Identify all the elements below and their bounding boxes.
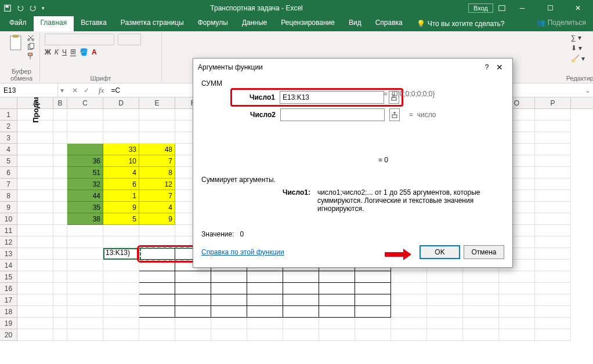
cell[interactable] [139, 329, 175, 341]
cell[interactable] [463, 283, 499, 294]
cell[interactable] [535, 318, 571, 329]
italic-button[interactable]: К [55, 48, 59, 56]
cell[interactable] [53, 225, 67, 236]
cell[interactable] [17, 144, 53, 155]
cell[interactable] [53, 109, 67, 121]
cell[interactable] [53, 236, 67, 248]
range-picker-icon[interactable] [389, 108, 400, 121]
cell[interactable] [463, 329, 499, 341]
cell[interactable] [319, 306, 355, 318]
cell[interactable] [535, 190, 571, 202]
cell[interactable] [17, 260, 53, 271]
maximize-icon[interactable]: ☐ [538, 2, 562, 14]
cell[interactable] [67, 225, 103, 236]
cell[interactable] [535, 144, 571, 155]
tab-view[interactable]: Вид [342, 16, 368, 31]
row-header[interactable]: 13 [0, 248, 17, 260]
cell[interactable] [67, 109, 103, 121]
cell[interactable] [103, 329, 139, 341]
cell[interactable] [535, 260, 571, 271]
cell[interactable] [247, 318, 283, 329]
cell[interactable] [139, 306, 175, 318]
cell[interactable] [103, 132, 139, 144]
tab-insert[interactable]: Вставка [74, 16, 114, 31]
cell[interactable] [53, 155, 67, 167]
row-header[interactable]: 1 [0, 109, 17, 121]
cell[interactable] [53, 260, 67, 271]
select-all-corner[interactable] [0, 97, 17, 108]
cell[interactable] [103, 225, 139, 236]
cell[interactable] [499, 294, 535, 306]
cell[interactable]: 32 [67, 179, 103, 190]
cell[interactable] [67, 306, 103, 318]
cell[interactable] [463, 306, 499, 318]
cell[interactable] [211, 306, 247, 318]
cell[interactable] [211, 271, 247, 283]
cell[interactable] [67, 144, 103, 155]
cell[interactable]: 35 [67, 202, 103, 213]
cell[interactable] [53, 144, 67, 155]
cell[interactable] [535, 179, 571, 190]
row-header[interactable]: 18 [0, 306, 17, 318]
format-painter-icon[interactable] [27, 52, 35, 60]
cell[interactable] [175, 329, 211, 341]
cell[interactable] [535, 202, 571, 213]
cell[interactable] [17, 155, 53, 167]
cell[interactable]: 9 [103, 202, 139, 213]
autosum-button[interactable]: ∑ ▾ [571, 34, 585, 42]
cell[interactable] [53, 179, 67, 190]
cell[interactable] [355, 329, 391, 341]
cell[interactable] [391, 329, 427, 341]
cell[interactable] [53, 329, 67, 341]
cell[interactable] [17, 318, 53, 329]
cell[interactable] [535, 306, 571, 318]
cell[interactable] [103, 236, 139, 248]
cell[interactable] [211, 294, 247, 306]
cell[interactable]: 7 [139, 190, 175, 202]
login-button[interactable]: Вход [468, 3, 493, 13]
cell[interactable] [17, 329, 53, 341]
fill-color-button[interactable]: 🪣 [79, 48, 88, 56]
cell[interactable] [535, 121, 571, 132]
namebox-dropdown-icon[interactable]: ▾ [58, 86, 66, 94]
cell[interactable] [53, 306, 67, 318]
cell[interactable] [391, 294, 427, 306]
cell[interactable] [211, 283, 247, 294]
ribbon-options-icon[interactable] [498, 4, 506, 12]
arg1-input[interactable] [280, 91, 384, 104]
cell[interactable] [427, 271, 463, 283]
cell[interactable] [53, 283, 67, 294]
cell[interactable] [535, 109, 571, 121]
cell[interactable] [463, 294, 499, 306]
cell[interactable]: 4 [103, 167, 139, 179]
row-header[interactable]: 4 [0, 144, 17, 155]
cell[interactable] [355, 318, 391, 329]
cell[interactable] [463, 271, 499, 283]
row-header[interactable]: 8 [0, 190, 17, 202]
cell[interactable] [499, 318, 535, 329]
expand-formula-bar-icon[interactable]: ⌄ [583, 86, 593, 94]
tab-file[interactable]: Файл [2, 16, 34, 31]
cell[interactable]: 12 [139, 179, 175, 190]
cell[interactable]: 1 [103, 190, 139, 202]
copy-icon[interactable] [27, 43, 35, 51]
cell[interactable] [53, 248, 67, 260]
col-header[interactable]: D [103, 97, 139, 108]
cell[interactable] [103, 306, 139, 318]
cell[interactable] [427, 283, 463, 294]
cell[interactable] [535, 248, 571, 260]
cell[interactable] [17, 306, 53, 318]
cell[interactable] [535, 167, 571, 179]
cell[interactable] [535, 225, 571, 236]
tab-home[interactable]: Главная [34, 16, 74, 31]
tab-formulas[interactable]: Формулы [191, 16, 235, 31]
cell[interactable] [427, 306, 463, 318]
cell[interactable] [53, 271, 67, 283]
cell[interactable] [67, 132, 103, 144]
cell[interactable] [319, 283, 355, 294]
cell[interactable] [53, 132, 67, 144]
cell[interactable] [67, 294, 103, 306]
cell[interactable] [427, 294, 463, 306]
tab-layout[interactable]: Разметка страницы [114, 16, 191, 31]
cell[interactable] [103, 109, 139, 121]
